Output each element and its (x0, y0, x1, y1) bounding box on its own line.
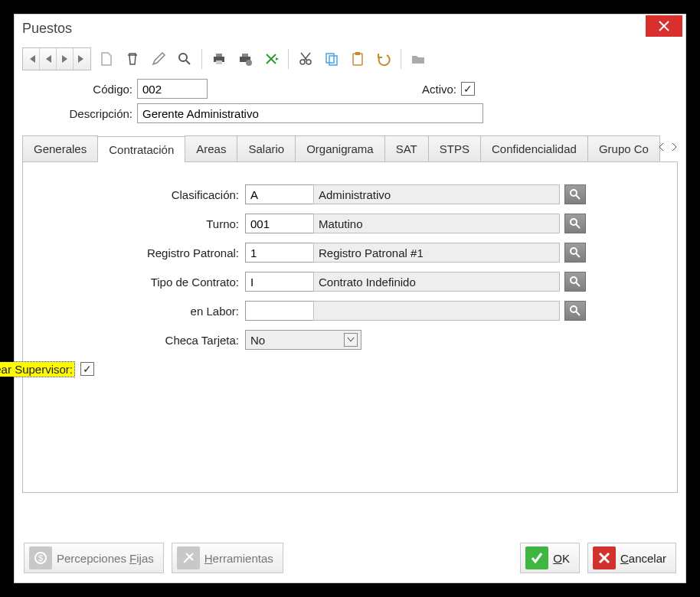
cancelar-label: Cancelar (620, 552, 666, 565)
svg-point-14 (571, 219, 577, 225)
tipo-contrato-code-input[interactable] (245, 272, 314, 292)
svg-rect-12 (355, 52, 360, 55)
tab-organigrama[interactable]: Organigrama (295, 135, 385, 161)
tab-areas[interactable]: Areas (185, 135, 237, 161)
pencil-icon (151, 51, 166, 67)
chevron-left-icon (659, 143, 665, 151)
percepciones-fijas-button[interactable]: $ Percepciones Fijas (24, 543, 164, 573)
tipo-contrato-lookup-button[interactable] (564, 272, 586, 292)
checa-tarjeta-label: Checa Tarjeta: (38, 334, 245, 347)
svg-text:$: $ (38, 553, 43, 563)
magnifier-icon (177, 51, 192, 67)
magnifier-icon (569, 188, 581, 201)
prev-icon (44, 54, 53, 64)
copy-button[interactable] (321, 48, 342, 70)
clasificacion-text: Administrativo (313, 184, 560, 204)
crear-supervisor-label: Crear Supervisor: (0, 363, 80, 376)
checa-tarjeta-select[interactable]: No (245, 330, 361, 350)
nav-prev-button[interactable] (40, 48, 57, 70)
tabstrip: Generales Contratación Areas Salario Org… (22, 135, 678, 162)
delete-button[interactable] (122, 48, 143, 70)
clasificacion-lookup-button[interactable] (564, 184, 586, 204)
folder-button[interactable] (407, 48, 429, 70)
header-fields: Código: Activo: Descripción: (15, 76, 685, 135)
en-labor-code-input[interactable] (245, 301, 314, 321)
tabstrip-scroll-right[interactable] (669, 140, 679, 154)
open-folder-icon (411, 51, 426, 67)
scissors-icon (298, 51, 313, 67)
registro-patronal-code-input[interactable] (245, 243, 314, 263)
nav-last-button[interactable] (74, 48, 90, 70)
new-doc-icon (99, 51, 114, 67)
print-setup-button[interactable] (234, 48, 256, 70)
cancelar-button[interactable]: Cancelar (587, 543, 676, 573)
undo-icon (376, 51, 391, 67)
tab-grupo[interactable]: Grupo Co (587, 135, 660, 161)
tab-confidencialidad[interactable]: Confidencialidad (480, 135, 588, 161)
codigo-input[interactable] (137, 79, 208, 99)
check-icon (525, 546, 548, 569)
svg-rect-3 (216, 60, 222, 64)
registro-patronal-label: Registro Patronal: (38, 246, 245, 259)
tab-salario[interactable]: Salario (237, 135, 296, 161)
tipo-contrato-text: Contrato Indefinido (313, 272, 560, 292)
new-button[interactable] (96, 48, 117, 70)
registro-patronal-lookup-button[interactable] (564, 243, 586, 263)
window-title: Puestos (22, 21, 72, 37)
magnifier-icon (569, 217, 581, 230)
checa-tarjeta-value: No (250, 334, 265, 347)
crear-supervisor-checkbox[interactable] (80, 362, 94, 376)
tab-sat[interactable]: SAT (384, 135, 429, 161)
activo-label: Activo: (422, 83, 456, 96)
print-button[interactable] (208, 48, 230, 70)
magnifier-icon (569, 305, 581, 317)
svg-point-6 (246, 60, 252, 66)
clasificacion-label: Clasificación: (38, 188, 245, 201)
magnifier-icon (569, 276, 581, 288)
search-button[interactable] (174, 48, 195, 70)
activo-checkbox[interactable] (461, 82, 475, 96)
ok-button[interactable]: OK (520, 543, 580, 573)
tab-generales[interactable]: Generales (22, 135, 98, 161)
nav-next-button[interactable] (57, 48, 74, 70)
registro-patronal-text: Registro Patronal #1 (313, 243, 560, 263)
svg-point-15 (571, 248, 577, 254)
turno-lookup-button[interactable] (564, 214, 586, 233)
paste-icon (350, 51, 365, 67)
export-button[interactable] (260, 48, 282, 70)
nav-first-button[interactable] (23, 48, 40, 70)
svg-rect-5 (242, 54, 248, 57)
svg-rect-11 (353, 54, 362, 65)
en-labor-lookup-button[interactable] (564, 301, 586, 321)
clasificacion-code-input[interactable] (245, 184, 314, 204)
tab-stps[interactable]: STPS (428, 135, 481, 161)
svg-point-0 (179, 54, 187, 61)
titlebar: Puestos (15, 15, 685, 42)
edit-button[interactable] (148, 48, 169, 70)
magnifier-icon (569, 246, 581, 259)
footer: $ Percepciones Fijas Herramientas OK Can… (24, 543, 676, 573)
paste-button[interactable] (347, 48, 368, 70)
close-button[interactable] (646, 15, 682, 37)
undo-button[interactable] (373, 48, 394, 70)
toolbar-separator (288, 49, 289, 69)
copy-icon (324, 51, 339, 67)
svg-point-16 (571, 277, 577, 283)
toolbar (15, 42, 685, 76)
trash-icon (125, 51, 140, 67)
turno-code-input[interactable] (245, 214, 314, 233)
tab-contratacion[interactable]: Contratación (97, 136, 185, 162)
record-nav-group (22, 47, 91, 70)
cut-button[interactable] (295, 48, 316, 70)
descripcion-input[interactable] (137, 103, 483, 123)
percepciones-fijas-label: Percepciones Fijas (57, 552, 154, 565)
first-icon (26, 54, 37, 64)
last-icon (77, 54, 87, 64)
contratacion-panel: Clasificación: Administrativo Turno: Mat… (22, 162, 678, 493)
tipo-contrato-label: Tipo de Contrato: (38, 276, 245, 289)
herramientas-button[interactable]: Herramientas (172, 543, 283, 573)
tabstrip-scroll-left[interactable] (656, 140, 667, 154)
toolbar-separator (201, 49, 202, 69)
printer-gear-icon (237, 51, 253, 67)
dropdown-icon (344, 333, 358, 347)
